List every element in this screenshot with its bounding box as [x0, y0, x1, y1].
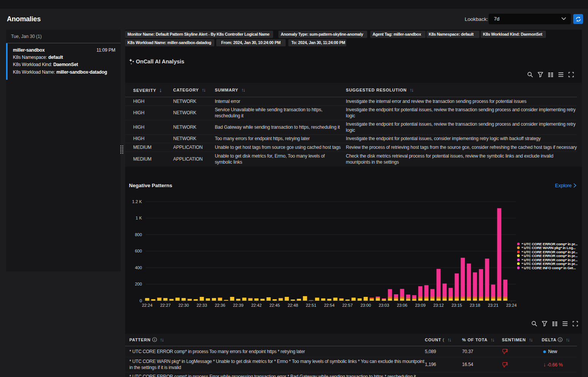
svg-text:23:03: 23:03 — [379, 303, 389, 308]
svg-text:23:00: 23:00 — [360, 303, 371, 308]
svg-text:22:51: 22:51 — [306, 303, 316, 308]
svg-text:800: 800 — [135, 232, 142, 237]
svg-text:23:12: 23:12 — [433, 303, 444, 308]
svg-text:22:48: 22:48 — [288, 303, 298, 308]
svg-text:0: 0 — [140, 298, 142, 303]
svg-text:22:30: 22:30 — [178, 303, 189, 308]
svg-text:22:42: 22:42 — [251, 303, 262, 308]
svg-text:22:24: 22:24 — [142, 303, 153, 308]
svg-text:400: 400 — [135, 265, 142, 270]
svg-text:600: 600 — [135, 249, 142, 253]
svg-text:1.2 K: 1.2 K — [132, 199, 142, 204]
svg-text:22:45: 22:45 — [269, 303, 280, 308]
svg-text:22:57: 22:57 — [342, 303, 353, 308]
svg-text:22:36: 22:36 — [215, 303, 225, 308]
svg-text:22:39: 22:39 — [233, 303, 244, 308]
svg-text:23:21: 23:21 — [488, 303, 498, 308]
svg-text:22:33: 22:33 — [197, 303, 207, 308]
svg-text:23:24: 23:24 — [506, 303, 517, 308]
svg-text:22:54: 22:54 — [324, 303, 335, 308]
svg-text:23:09: 23:09 — [415, 303, 426, 308]
svg-text:23:06: 23:06 — [397, 303, 407, 308]
svg-text:22:27: 22:27 — [160, 303, 171, 308]
svg-text:23:18: 23:18 — [470, 303, 480, 308]
svg-text:23:15: 23:15 — [451, 303, 462, 308]
svg-text:200: 200 — [135, 282, 142, 286]
svg-text:1 K: 1 K — [135, 216, 142, 220]
